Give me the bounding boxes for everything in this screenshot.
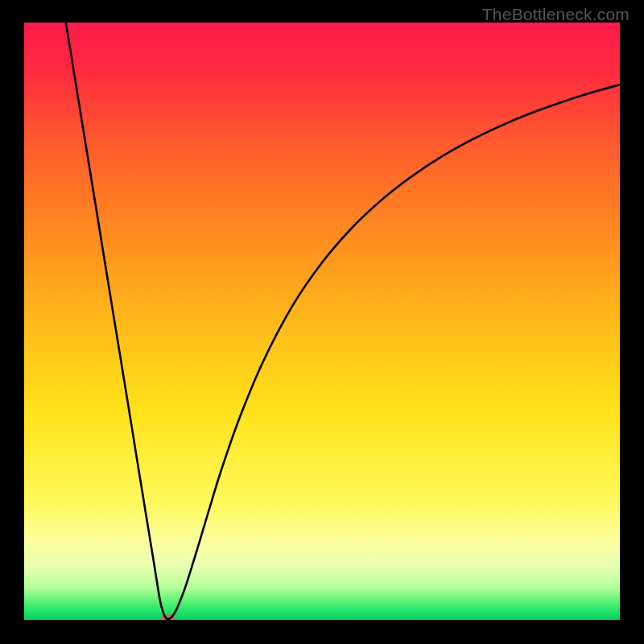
- chart-frame: TheBottleneck.com: [0, 0, 644, 644]
- chart-plot-area: [24, 23, 620, 620]
- watermark-text: TheBottleneck.com: [482, 5, 630, 24]
- chart-svg: [24, 23, 620, 620]
